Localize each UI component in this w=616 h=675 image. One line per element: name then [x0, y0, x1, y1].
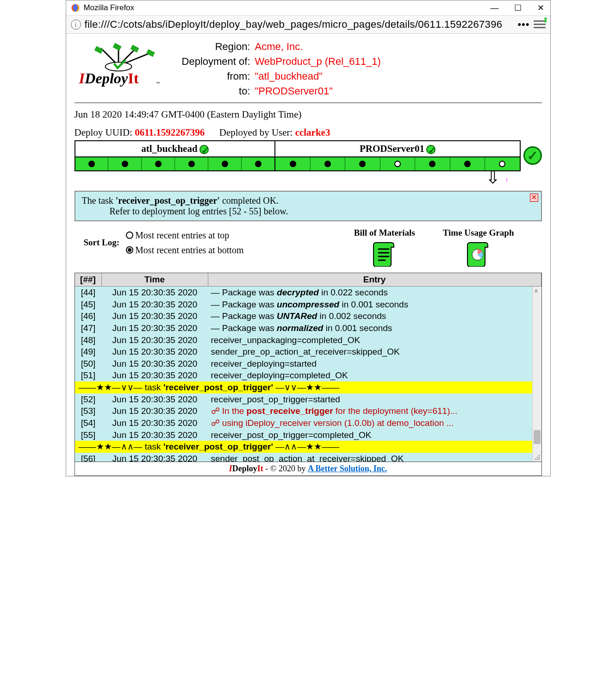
svg-point-13	[536, 459, 538, 460]
sort-top-radio[interactable]: Most recent entries at top	[126, 228, 243, 243]
svg-point-14	[538, 459, 540, 460]
log-row: [52]Jun 15 20:30:35 2020receiver_post_op…	[75, 394, 541, 406]
down-arrow-icon: ⇩	[75, 170, 542, 184]
log-row: [49]Jun 15 20:30:35 2020sender_pre_op_ac…	[75, 346, 541, 358]
window-title: Mozilla Firefox	[84, 3, 490, 12]
scroll-thumb[interactable]	[534, 430, 541, 444]
uuid-row: Deploy UUID: 0611.1592267396 Deployed by…	[75, 127, 542, 138]
svg-text:IDeployIt: IDeployIt	[78, 70, 138, 87]
dot-filled-icon	[222, 161, 228, 167]
scroll-up-icon[interactable]: ∧	[534, 288, 538, 294]
svg-text:™: ™	[156, 81, 160, 86]
log-row: [51]Jun 15 20:30:35 2020receiver_deployi…	[75, 369, 541, 381]
titlebar: Mozilla Firefox — ☐ ✕	[66, 0, 550, 16]
progress-cell[interactable]	[450, 157, 485, 170]
site-info-icon[interactable]: i	[71, 19, 81, 30]
resize-grip-icon[interactable]	[534, 454, 541, 461]
progress-cell[interactable]	[380, 157, 415, 170]
overall-check-icon: ✓	[523, 146, 542, 165]
deployment-of-label: Deployment of:	[172, 54, 255, 69]
message-close-button[interactable]: ✕	[530, 194, 538, 202]
dot-empty-icon	[499, 161, 505, 167]
dot-filled-icon	[429, 161, 436, 167]
message-box: ✕ The task 'receiver_post_op_trigger' co…	[75, 191, 542, 221]
log-separator: ——★★—∧∧— task 'receiver_post_op_trigger'…	[75, 441, 541, 453]
scrollbar[interactable]: ∧	[532, 287, 541, 462]
log-row: [50]Jun 15 20:30:35 2020receiver_deployi…	[75, 358, 541, 370]
dot-filled-icon	[188, 161, 195, 167]
dot-filled-icon	[359, 161, 366, 167]
dot-filled-icon	[122, 161, 128, 167]
from-value: "atl_buckhead"	[255, 69, 323, 84]
log-row: [45]Jun 15 20:30:35 2020— Package was un…	[75, 299, 541, 311]
pink-arrow-icon: ↑	[505, 176, 509, 183]
progress-cell[interactable]	[485, 157, 519, 170]
deploy-uuid: 0611.1592267396	[135, 127, 205, 138]
maximize-button[interactable]: ☐	[513, 3, 523, 12]
deployment-of-value: WebProduct_p (Rel_611_1)	[255, 54, 381, 69]
dot-filled-icon	[88, 161, 95, 167]
region-label: Region:	[172, 39, 255, 54]
log-body[interactable]: [44]Jun 15 20:30:35 2020— Package was de…	[75, 287, 541, 462]
progress-cell[interactable]	[345, 157, 380, 170]
log-row: [56]Jun 15 20:30:35 2020sender_post_op_a…	[75, 453, 541, 462]
chart-icon	[466, 241, 492, 267]
log-separator: ——★★—∨∨— task 'receiver_post_op_trigger'…	[75, 381, 541, 394]
sort-bottom-radio[interactable]: Most recent entries at bottom	[126, 243, 243, 257]
page-actions-icon[interactable]: •••	[517, 19, 529, 31]
time-usage-graph-link[interactable]: Time Usage Graph	[443, 228, 514, 269]
progress-cell[interactable]	[275, 157, 310, 170]
dot-filled-icon	[290, 161, 296, 167]
svg-point-10	[536, 457, 538, 458]
svg-point-12	[535, 459, 536, 460]
progress-cell[interactable]	[242, 157, 274, 170]
dot-filled-icon	[255, 161, 261, 167]
to-value: "PRODServer01"	[255, 84, 333, 99]
log-row: [55]Jun 15 20:30:35 2020receiver_post_op…	[75, 429, 541, 441]
ideployit-logo: IDeployIt ™	[75, 39, 162, 90]
document-icon	[372, 241, 398, 267]
footer-link[interactable]: A Better Solution, Inc.	[308, 464, 387, 473]
sort-log-label: Sort Log:	[84, 238, 120, 248]
log-row: [54]Jun 15 20:30:35 2020☍ using iDeploy_…	[75, 417, 541, 429]
progress-cell[interactable]	[208, 157, 242, 170]
col-num-header[interactable]: [##]	[75, 273, 102, 286]
footer: IDeployIt - © 2020 by A Better Solution,…	[75, 462, 542, 476]
minimize-button[interactable]: —	[490, 3, 499, 12]
region-value: Acme, Inc.	[255, 39, 303, 54]
close-button[interactable]: ✕	[536, 3, 546, 12]
dot-filled-icon	[155, 161, 162, 167]
col-time-header[interactable]: Time	[102, 273, 208, 286]
log-row: [47]Jun 15 20:30:35 2020— Package was no…	[75, 322, 541, 334]
from-label: from:	[172, 69, 255, 84]
progress-cell[interactable]	[415, 157, 450, 170]
timestamp: Jun 18 2020 14:49:47 GMT-0400 (Eastern D…	[75, 109, 542, 120]
progress-cell[interactable]	[175, 157, 208, 170]
progress-cell[interactable]	[75, 157, 109, 170]
url-field[interactable]: file:///C:/cots/abs/iDeployIt/deploy_bay…	[85, 19, 514, 31]
progress-cell[interactable]	[311, 157, 345, 170]
progress-table: atl_buckhead PRODServer01	[75, 140, 521, 171]
svg-point-11	[538, 457, 540, 458]
dot-filled-icon	[464, 161, 471, 167]
hamburger-menu-icon[interactable]: ⬆	[534, 19, 546, 31]
progress-cell[interactable]	[142, 157, 175, 170]
bill-of-materials-link[interactable]: Bill of Materials	[354, 228, 415, 269]
log-row: [46]Jun 15 20:30:35 2020— Package was UN…	[75, 310, 541, 322]
dot-empty-icon	[394, 161, 401, 167]
log-row: [53]Jun 15 20:30:35 2020☍ In the post_re…	[75, 405, 541, 417]
log-table: [##] Time Entry [44]Jun 15 20:30:35 2020…	[75, 273, 542, 462]
address-bar: i file:///C:/cots/abs/iDeployIt/deploy_b…	[66, 16, 550, 34]
col-entry-header[interactable]: Entry	[208, 273, 541, 286]
deployed-by-user: cclarke3	[295, 127, 330, 138]
log-row: [44]Jun 15 20:30:35 2020— Package was de…	[75, 287, 541, 299]
progress-cell[interactable]	[108, 157, 142, 170]
dot-filled-icon	[324, 161, 331, 167]
firefox-icon	[71, 3, 80, 12]
check-icon	[426, 145, 436, 154]
progress-left-label: atl_buckhead	[141, 143, 197, 154]
to-label: to:	[172, 84, 255, 99]
log-row: [48]Jun 15 20:30:35 2020receiver_unpacka…	[75, 334, 541, 346]
progress-right-label: PRODServer01	[360, 143, 424, 154]
svg-point-9	[538, 455, 540, 456]
